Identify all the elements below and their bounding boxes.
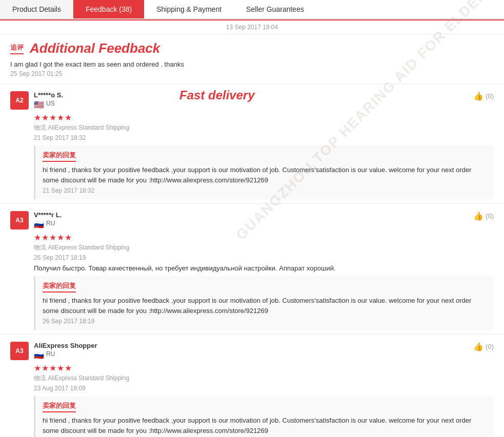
tab-product-details[interactable]: Product Details [0, 0, 73, 18]
top-timestamp: 13 Sep 2017 19:04 [0, 20, 504, 34]
additional-feedback-text: I am glad I got the exact item as seen a… [10, 60, 494, 68]
country-code-2: RU [46, 220, 55, 227]
reviewer-country-3: 🇷🇺 RU [34, 350, 494, 358]
seller-reply-date-1: 21 Sep 2017 18:32 [43, 187, 487, 194]
seller-reply-label-1: 卖家的回复 [43, 151, 76, 162]
reviewer-info-2: V*****r L. 🇷🇺 RU [34, 211, 494, 227]
review-main-2: ★ ★ ★ ★ ★ 物流 AliExpress Standard Shippin… [34, 233, 494, 330]
flag-icon-1: 🇺🇸 [34, 100, 44, 107]
reviewer-name-2: V*****r L. [34, 211, 494, 219]
thumbs-up-icon-2: 👍 [473, 211, 483, 221]
review-header-2: A3 V*****r L. 🇷🇺 RU [10, 211, 494, 230]
seller-reply-text-1: hi friend , thanks for your positive fee… [43, 165, 487, 185]
like-count-2: (0) [486, 212, 494, 220]
thumbs-up-icon-1: 👍 [473, 91, 483, 101]
seller-reply-label-2: 卖家的回复 [43, 281, 76, 293]
seller-reply-2: 卖家的回复 hi friend , thanks for your positi… [34, 276, 494, 330]
review-header-3: A3 AliExpress Shopper 🇷🇺 RU [10, 342, 494, 360]
review-main-1: ★ ★ ★ ★ ★ 物流 AliExpress Standard Shippin… [34, 113, 494, 199]
flag-icon-2: 🇷🇺 [34, 220, 44, 227]
seller-reply-1: 卖家的回复 hi friend , thanks for your positi… [34, 145, 494, 199]
reviewer-name-1: L*****o S. [34, 91, 494, 99]
reviewer-name-3: AliExpress Shopper [34, 342, 494, 349]
additional-feedback-header: 追评 Additional Feedback [10, 40, 494, 56]
stars-3: ★ ★ ★ ★ ★ [34, 363, 494, 373]
thumbs-up-icon-3: 👍 [473, 342, 483, 351]
tab-shipping-payment[interactable]: Shipping & Payment [144, 0, 234, 18]
additional-feedback-date: 25 Sep 2017 01:25 [10, 70, 494, 77]
stars-2: ★ ★ ★ ★ ★ [34, 233, 494, 242]
like-btn-1[interactable]: 👍 (0) [473, 91, 494, 101]
seller-reply-text-3: hi friend , thanks for your positive fee… [43, 415, 487, 435]
additional-feedback-block: 追评 Additional Feedback I am glad I got t… [0, 34, 504, 84]
like-count-1: (0) [486, 92, 494, 100]
seller-reply-date-2: 26 Sep 2017 18:19 [43, 318, 487, 325]
seller-reply-text-2: hi friend , thanks for your positive fee… [43, 296, 487, 316]
review-date-2: 26 Sep 2017 18:19 [34, 254, 494, 261]
reviewer-country-2: 🇷🇺 RU [34, 220, 494, 227]
tab-seller-guarantees[interactable]: Seller Guarantees [234, 0, 316, 18]
like-btn-2[interactable]: 👍 (0) [473, 211, 494, 221]
avatar-1: A2 [10, 91, 29, 110]
additional-feedback-label-cn: 追评 [10, 43, 24, 54]
like-count-3: (0) [486, 343, 494, 350]
review-block-2: A3 V*****r L. 🇷🇺 RU ★ ★ ★ ★ ★ 物流 AliExpr… [0, 204, 504, 335]
review-date-1: 21 Sep 2017 18:32 [34, 134, 494, 141]
review-date-3: 23 Aug 2017 18:09 [34, 385, 494, 392]
avatar-3: A3 [10, 342, 29, 360]
review-text-2: Получил быстро. Товар качественный, но т… [34, 264, 494, 272]
shipping-info-3: 物流 AliExpress Standard Shipping [34, 374, 494, 383]
additional-feedback-label-en: Additional Feedback [30, 40, 160, 56]
stars-1: ★ ★ ★ ★ ★ [34, 113, 494, 122]
reviewer-info-1: L*****o S. 🇺🇸 US [34, 91, 494, 107]
seller-reply-3: 卖家的回复 hi friend , thanks for your positi… [34, 396, 494, 437]
avatar-2: A3 [10, 211, 29, 230]
shipping-info-2: 物流 AliExpress Standard Shipping [34, 243, 494, 252]
reviewer-info-3: AliExpress Shopper 🇷🇺 RU [34, 342, 494, 358]
country-code-1: US [46, 100, 55, 107]
shipping-info-1: 物流 AliExpress Standard Shipping [34, 123, 494, 132]
like-btn-3[interactable]: 👍 (0) [473, 342, 494, 351]
country-code-3: RU [46, 350, 55, 358]
content-area: 13 Sep 2017 19:04 追评 Additional Feedback… [0, 20, 504, 437]
flag-icon-3: 🇷🇺 [34, 350, 44, 358]
review-header-1: A2 L*****o S. 🇺🇸 US [10, 91, 494, 110]
review-main-3: ★ ★ ★ ★ ★ 物流 AliExpress Standard Shippin… [34, 363, 494, 437]
review-block-1: A2 L*****o S. 🇺🇸 US ★ ★ ★ ★ ★ 物流 AliExpr… [0, 84, 504, 204]
reviewer-country-1: 🇺🇸 US [34, 100, 494, 107]
tab-bar: Product Details Feedback (38) Shipping &… [0, 0, 504, 19]
seller-reply-label-3: 卖家的回复 [43, 401, 76, 412]
tab-feedback[interactable]: Feedback (38) [73, 0, 144, 18]
review-block-3: A3 AliExpress Shopper 🇷🇺 RU ★ ★ ★ ★ ★ 物流… [0, 335, 504, 437]
